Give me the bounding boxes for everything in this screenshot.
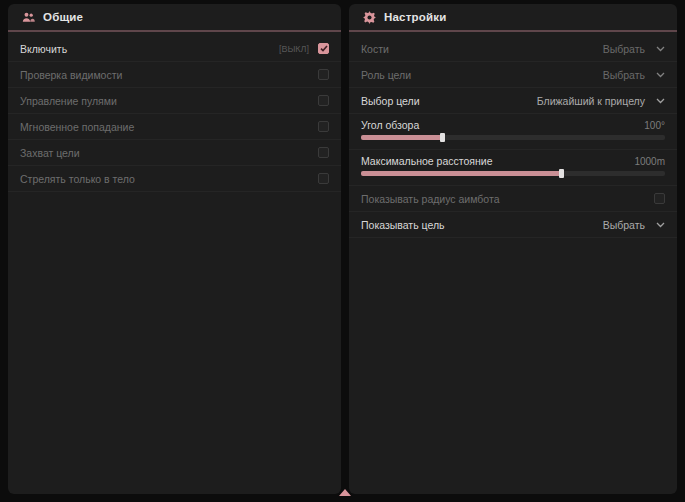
setting-row: Проверка видимости xyxy=(8,62,341,88)
slider-handle[interactable] xyxy=(559,169,564,178)
slider-value: 100° xyxy=(644,120,665,131)
chevron-down-icon xyxy=(656,98,665,104)
dropdown-select[interactable]: Выбрать xyxy=(603,219,665,231)
dropdown-value: Выбрать xyxy=(603,69,645,81)
setting-label: Включить xyxy=(20,43,279,55)
setting-label: Максимальное расстояние xyxy=(361,155,634,167)
setting-label: Мгновенное попадание xyxy=(20,121,318,133)
checkbox[interactable] xyxy=(318,121,329,132)
setting-row: Управление пулями xyxy=(8,88,341,114)
setting-row: Роль целиВыбрать xyxy=(349,62,677,88)
setting-label: Угол обзора xyxy=(361,119,644,131)
checkbox[interactable] xyxy=(318,147,329,158)
setting-label: Кости xyxy=(361,43,603,55)
settings-panel-header: Настройки xyxy=(349,4,677,30)
slider-handle[interactable] xyxy=(440,133,445,142)
chevron-down-icon xyxy=(656,46,665,52)
chevron-down-icon xyxy=(656,72,665,78)
setting-row: Захват цели xyxy=(8,140,341,166)
checkbox[interactable] xyxy=(654,193,665,204)
dropdown-select[interactable]: Выбрать xyxy=(603,69,665,81)
setting-row: КостиВыбрать xyxy=(349,36,677,62)
setting-row: Угол обзора100° xyxy=(349,114,677,150)
setting-label: Показывать цель xyxy=(361,219,603,231)
slider-value: 1000m xyxy=(634,156,665,167)
setting-label: Проверка видимости xyxy=(20,69,318,81)
general-settings-list: Включить[ВЫКЛ]Проверка видимостиУправлен… xyxy=(8,32,341,192)
setting-label: Управление пулями xyxy=(20,95,318,107)
setting-label: Захват цели xyxy=(20,147,318,159)
setting-row: Стрелять только в тело xyxy=(8,166,341,192)
aimbot-settings-list: КостиВыбратьРоль целиВыбратьВыбор целиБл… xyxy=(349,32,677,238)
dropdown-select[interactable]: Ближайший к прицелу xyxy=(537,95,665,107)
chevron-down-icon xyxy=(656,222,665,228)
setting-row: Включить[ВЫКЛ] xyxy=(8,36,341,62)
slider-fill xyxy=(361,171,562,176)
setting-row: Максимальное расстояние1000m xyxy=(349,150,677,186)
slider[interactable] xyxy=(361,171,665,176)
dropdown-value: Ближайший к прицелу xyxy=(537,95,645,107)
keybind-hint: [ВЫКЛ] xyxy=(279,44,309,54)
setting-label: Показывать радиус аимбота xyxy=(361,193,654,205)
checkbox[interactable] xyxy=(318,95,329,106)
setting-label: Стрелять только в тело xyxy=(20,173,318,185)
checkbox[interactable] xyxy=(318,69,329,80)
panel-title: Общие xyxy=(43,11,83,23)
dropdown-value: Выбрать xyxy=(603,43,645,55)
setting-label: Роль цели xyxy=(361,69,603,81)
setting-row: Показывать радиус аимбота xyxy=(349,186,677,212)
checkmark-icon xyxy=(320,45,328,52)
checkbox[interactable] xyxy=(318,43,329,54)
setting-label: Выбор цели xyxy=(361,95,537,107)
users-icon xyxy=(22,11,35,24)
general-panel-header: Общие xyxy=(8,4,341,30)
dropdown-value: Выбрать xyxy=(603,219,645,231)
scroll-up-indicator-icon[interactable] xyxy=(339,489,351,496)
settings-panel: Настройки КостиВыбратьРоль целиВыбратьВы… xyxy=(349,4,677,494)
mod-menu: Общие Включить[ВЫКЛ]Проверка видимостиУп… xyxy=(0,0,685,502)
panel-title: Настройки xyxy=(384,11,446,23)
slider-label-line: Максимальное расстояние1000m xyxy=(361,155,665,167)
slider[interactable] xyxy=(361,135,665,140)
slider-label-line: Угол обзора100° xyxy=(361,119,665,131)
setting-row: Выбор целиБлижайший к прицелу xyxy=(349,88,677,114)
setting-row: Мгновенное попадание xyxy=(8,114,341,140)
dropdown-select[interactable]: Выбрать xyxy=(603,43,665,55)
setting-row: Показывать цельВыбрать xyxy=(349,212,677,238)
gear-icon xyxy=(363,11,376,24)
slider-fill xyxy=(361,135,443,140)
general-panel: Общие Включить[ВЫКЛ]Проверка видимостиУп… xyxy=(8,4,341,494)
checkbox[interactable] xyxy=(318,173,329,184)
